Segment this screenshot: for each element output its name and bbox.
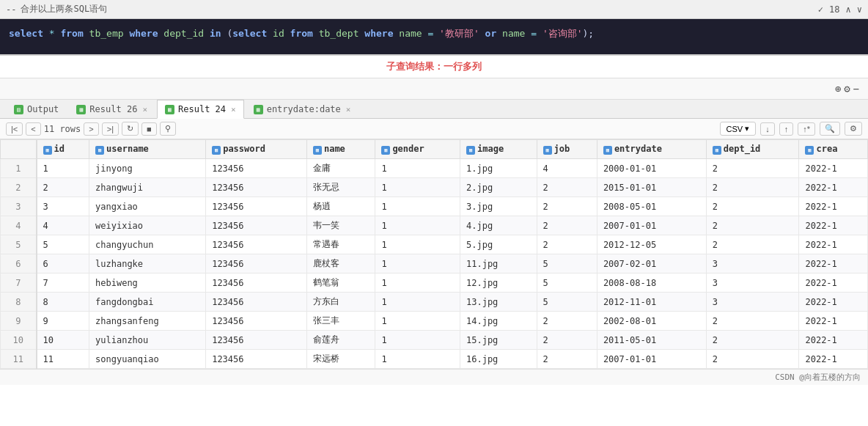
tab-result24-close[interactable]: × — [231, 105, 236, 114]
tab-result26-close[interactable]: × — [142, 105, 147, 114]
toolbar-icons: ⊕ ⚙ − — [835, 83, 859, 95]
table-cell: 杨逍 — [306, 197, 375, 216]
table-cell: 1.jpg — [460, 159, 537, 178]
row-number: 2 — [1, 178, 37, 197]
table-cell: yulianzhou — [89, 331, 206, 350]
row-number: 11 — [1, 350, 37, 369]
table-cell: 3 — [706, 273, 799, 293]
tab-entrydate-close[interactable]: × — [346, 105, 351, 114]
table-cell: 1 — [375, 312, 460, 331]
table-cell: 2000-01-01 — [597, 159, 706, 178]
table-cell: 2 — [706, 312, 799, 331]
rows-count: 11 rows — [44, 124, 81, 134]
table-cell: 2 — [537, 312, 597, 331]
nav-prev-button[interactable]: < — [26, 122, 40, 136]
col-rownum — [1, 140, 37, 159]
table-cell: 1 — [375, 235, 460, 254]
table-cell: hebiweng — [89, 273, 206, 293]
col-id: ▦id — [37, 140, 89, 159]
csv-chevron: ▾ — [745, 124, 749, 133]
col-name: ▦name — [306, 140, 375, 159]
table-cell: 4.jpg — [460, 216, 537, 235]
table-cell: 2 — [706, 235, 799, 254]
table-cell: weiyixiao — [89, 216, 206, 235]
minus-icon[interactable]: − — [853, 83, 859, 95]
sql-header: -- 合并以上两条SQL语句 ✓ 18 ∧ ∨ — [0, 0, 868, 19]
table-row: 99zhangsanfeng123456张三丰114.jpg22002-08-0… — [1, 312, 868, 331]
table-row: 55changyuchun123456常遇春15.jpg22012-12-052… — [1, 235, 868, 254]
table-cell: 1 — [375, 159, 460, 178]
gear-icon[interactable]: ⚙ — [844, 83, 850, 95]
nav-row: |< < 11 rows > >| ↻ ■ ⚲ CSV ▾ ↓ ↑ ↑* 🔍 ⚙ — [0, 119, 868, 139]
table-cell: 2007-01-01 — [597, 216, 706, 235]
table-cell: 2 — [706, 178, 799, 197]
row-number: 3 — [1, 197, 37, 216]
table-cell: 123456 — [206, 216, 307, 235]
table-cell: 1 — [375, 350, 460, 369]
tab-result24[interactable]: ▦ Result 24 × — [157, 100, 244, 119]
nav-next-button[interactable]: > — [84, 122, 98, 136]
tab-output[interactable]: ▤ Output — [6, 100, 67, 118]
tab-result26[interactable]: ▦ Result 26 × — [68, 100, 155, 118]
table-cell: 13.jpg — [460, 293, 537, 312]
col-entrydate: ▦entrydate — [597, 140, 706, 159]
table-settings-button[interactable]: ⚙ — [845, 122, 862, 136]
table-cell: 张三丰 — [306, 312, 375, 331]
export-button[interactable]: ↓ — [760, 122, 775, 136]
tab-entrydate[interactable]: ▦ entrydate:date × — [246, 100, 359, 118]
table-cell: fangdongbai — [89, 293, 206, 312]
row-number: 6 — [1, 254, 37, 273]
sql-code-area[interactable]: select * from tb_emp where dept_id in (s… — [0, 19, 868, 56]
table-cell: 1 — [375, 331, 460, 350]
globe-icon[interactable]: ⊕ — [835, 83, 841, 95]
table-wrap: ▦id ▦username ▦password ▦name ▦gender ▦i… — [0, 139, 868, 369]
table-cell: 2007-01-01 — [597, 350, 706, 369]
table-cell: luzhangke — [89, 254, 206, 273]
csv-button[interactable]: CSV ▾ — [720, 122, 757, 136]
table-cell: jinyong — [89, 159, 206, 178]
table-cell: 123456 — [206, 159, 307, 178]
nav-stop-button[interactable]: ■ — [141, 122, 157, 136]
caret-down-icon[interactable]: ∨ — [857, 4, 862, 15]
nav-pin-button[interactable]: ⚲ — [160, 122, 176, 136]
sort-asc-button[interactable]: ↑ — [779, 122, 794, 136]
table-cell: 3 — [706, 293, 799, 312]
table-cell: 1 — [375, 178, 460, 197]
table-cell: 5 — [537, 273, 597, 293]
col-crea: ▦crea — [799, 140, 868, 159]
table-cell: 俞莲舟 — [306, 331, 375, 350]
table-row: 22zhangwuji123456张无忌12.jpg22015-01-01220… — [1, 178, 868, 197]
table-row: 88fangdongbai123456方东白113.jpg52012-11-01… — [1, 293, 868, 312]
sql-header-left: -- 合并以上两条SQL语句 — [6, 3, 107, 15]
footer-brand: CSDN @向着五楼的方向 — [775, 372, 861, 382]
table-cell: 123456 — [206, 235, 307, 254]
dash1: -- — [6, 4, 16, 15]
table-cell: 2 — [706, 197, 799, 216]
table-cell: 4 — [537, 159, 597, 178]
table-cell: 10 — [37, 331, 89, 350]
results-table: ▦id ▦username ▦password ▦name ▦gender ▦i… — [0, 139, 868, 369]
table-cell: 2022-1 — [799, 293, 868, 312]
row-number: 1 — [1, 159, 37, 178]
table-cell: 2022-1 — [799, 273, 868, 293]
table-cell: 方东白 — [306, 293, 375, 312]
table-row: 77hebiweng123456鹤笔翁112.jpg52008-08-18320… — [1, 273, 868, 293]
table-cell: 2 — [537, 235, 597, 254]
caret-up-icon[interactable]: ∧ — [846, 4, 851, 15]
nav-last-button[interactable]: >| — [102, 122, 119, 136]
table-cell: 1 — [37, 159, 89, 178]
sort-desc-button[interactable]: ↑* — [798, 122, 815, 136]
table-cell: 2 — [537, 350, 597, 369]
col-job: ▦job — [537, 140, 597, 159]
footer: CSDN @向着五楼的方向 — [0, 369, 868, 385]
col-password: ▦password — [206, 140, 307, 159]
col-image: ▦image — [460, 140, 537, 159]
checkmark-icon: ✓ — [818, 4, 823, 15]
nav-first-button[interactable]: |< — [6, 122, 23, 136]
nav-left: |< < 11 rows > >| ↻ ■ ⚲ — [6, 122, 176, 136]
table-cell: 2 — [706, 331, 799, 350]
table-cell: 8 — [37, 293, 89, 312]
table-cell: 2007-02-01 — [597, 254, 706, 273]
search-button[interactable]: 🔍 — [820, 122, 840, 136]
nav-refresh-button[interactable]: ↻ — [122, 122, 139, 136]
